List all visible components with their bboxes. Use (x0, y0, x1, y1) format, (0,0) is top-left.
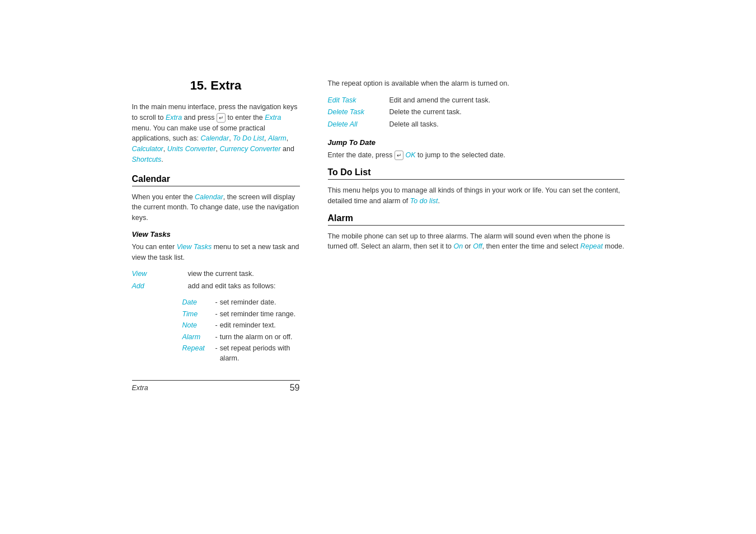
view-tasks-heading: View Tasks (132, 230, 300, 238)
nested-desc-repeat: set repeat periods with alarm. (220, 344, 300, 363)
nested-row-note: Note - edit reminder text. (182, 321, 300, 331)
calendar-desc: When you enter the Calendar, the screen … (132, 192, 300, 223)
chapter-title: 15. Extra (132, 78, 300, 93)
todo-link-intro[interactable]: To Do List (233, 134, 264, 142)
todo-desc: This menu helps you to manage all kinds … (328, 185, 624, 207)
def-desc-add: add and edit taks as follows: (188, 282, 300, 292)
calendar-heading: Calendar (132, 174, 300, 186)
nested-term-date: Date (182, 298, 213, 308)
todo-heading: To Do List (328, 167, 624, 180)
task-definitions: Edit Task Edit and amend the current tas… (328, 96, 624, 130)
alarm-heading: Alarm (328, 213, 624, 226)
def-desc-view: view the current task. (188, 269, 300, 279)
def-desc-edit-task: Edit and amend the current task. (389, 96, 624, 106)
nested-term-alarm: Alarm (182, 332, 213, 343)
extra-link-1[interactable]: Extra (166, 114, 182, 121)
on-link[interactable]: On (453, 242, 463, 250)
nested-term-time: Time (182, 310, 213, 320)
nested-term-note: Note (182, 321, 213, 331)
view-add-definitions: View view the current task. Add add and … (132, 269, 300, 291)
calendar-link-intro[interactable]: Calendar (201, 134, 229, 142)
off-link[interactable]: Off (473, 242, 482, 250)
calculator-link-intro[interactable]: Calculator (132, 145, 163, 153)
def-term-view: View (132, 269, 182, 279)
nested-row-time: Time - set reminder time range. (182, 310, 300, 320)
view-tasks-link[interactable]: View Tasks (177, 243, 212, 251)
alarm-link-intro[interactable]: Alarm (268, 134, 287, 142)
def-term-delete-all: Delete All (328, 120, 384, 130)
nested-row-repeat: Repeat - set repeat periods with alarm. (182, 344, 300, 363)
nested-row-alarm: Alarm - turn the alarm on or off. (182, 332, 300, 343)
currency-link-intro[interactable]: Currency Converter (220, 145, 281, 153)
todo-link-body[interactable]: To do list (410, 197, 438, 205)
nested-desc-time: set reminder time range. (220, 310, 295, 320)
def-term-delete-task: Delete Task (328, 107, 384, 118)
jump-to-date-heading: Jump To Date (328, 138, 624, 147)
intro-paragraph: In the main menu interface, press the na… (132, 102, 300, 165)
nested-desc-note: edit reminder text. (220, 321, 276, 331)
alarm-desc: The mobile phone can set up to three ala… (328, 231, 624, 252)
def-desc-delete-all: Delete all tasks. (389, 120, 624, 130)
def-desc-delete-task: Delete the current task. (389, 107, 624, 118)
def-term-edit-task: Edit Task (328, 96, 384, 106)
repeat-option-text: The repeat option is available when the … (328, 78, 624, 89)
nested-term-repeat: Repeat (182, 344, 213, 363)
units-link-intro[interactable]: Units Converter (167, 145, 216, 153)
jump-to-date-desc: Enter the date, press ↵ OK to jump to th… (328, 150, 624, 161)
extra-link-2[interactable]: Extra (265, 114, 281, 121)
nested-desc-date: set reminder date. (220, 298, 276, 308)
view-tasks-desc: You can enter View Tasks menu to set a n… (132, 242, 300, 263)
nested-row-date: Date - set reminder date. (182, 298, 300, 308)
repeat-link[interactable]: Repeat (580, 242, 603, 250)
footer-page-number: 59 (290, 383, 300, 393)
ok-link[interactable]: OK (406, 151, 416, 159)
nested-desc-alarm: turn the alarm on or off. (220, 332, 293, 343)
nav-button-ok-icon: ↵ (395, 151, 403, 160)
nested-add-items: Date - set reminder date. Time - set rem… (132, 298, 300, 363)
calendar-link-body[interactable]: Calendar (195, 193, 223, 201)
right-column: The repeat option is available when the … (328, 78, 624, 393)
nav-button-icon: ↵ (217, 113, 226, 123)
footer-left-text: Extra (132, 384, 148, 392)
footer: Extra 59 (132, 380, 300, 393)
shortcuts-link-intro[interactable]: Shortcuts (132, 156, 162, 163)
left-column: 15. Extra In the main menu interface, pr… (132, 78, 300, 393)
def-term-add: Add (132, 282, 182, 292)
